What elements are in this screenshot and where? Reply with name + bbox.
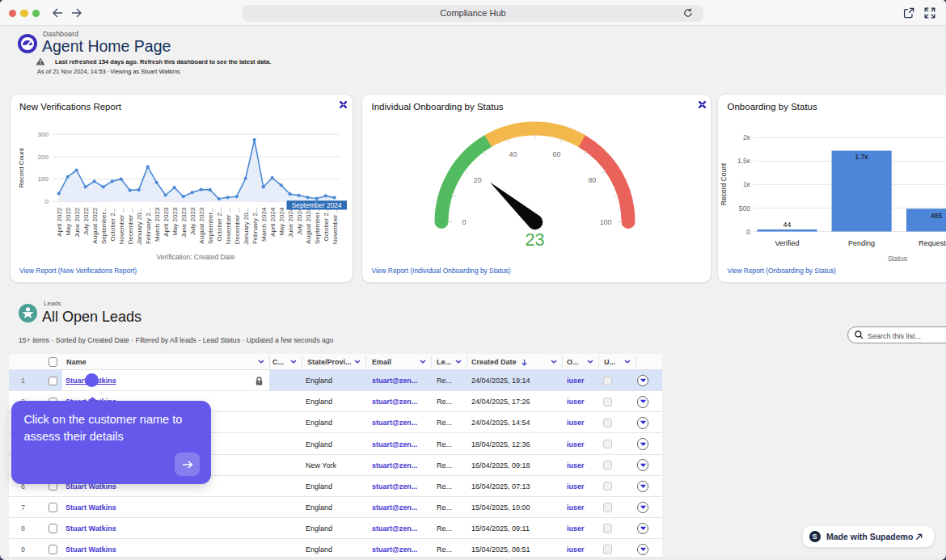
svg-text:August 2024: August 2024 (304, 207, 311, 243)
svg-text:October 2...: October 2... (215, 208, 222, 242)
svg-text:1κ: 1κ (743, 180, 751, 188)
svg-text:Pending: Pending (848, 239, 875, 247)
svg-text:May 2024: May 2024 (277, 207, 285, 236)
svg-text:January 20...: January 20... (242, 208, 249, 245)
svg-text:December ...: December ... (126, 208, 133, 245)
svg-text:April 2024: April 2024 (268, 207, 276, 237)
svg-text:June 2024: June 2024 (286, 207, 294, 238)
svg-text:February 2...: February 2... (251, 208, 258, 244)
svg-text:December ...: December ... (233, 208, 240, 245)
svg-text:Status: Status (888, 255, 907, 263)
svg-text:July 2022: July 2022 (82, 207, 89, 235)
svg-text:500: 500 (739, 204, 750, 213)
svg-text:June 2023: June 2023 (179, 207, 187, 238)
svg-text:February 2...: February 2... (144, 208, 151, 244)
svg-text:November ...: November ... (117, 208, 125, 245)
svg-text:September...: September... (99, 208, 107, 244)
svg-text:October 2...: October 2... (322, 208, 329, 242)
svg-text:80: 80 (588, 176, 596, 184)
svg-text:July 2024: July 2024 (295, 207, 302, 235)
svg-text:June 2022: June 2022 (73, 207, 80, 238)
svg-text:July 2023: July 2023 (188, 207, 196, 235)
svg-text:1.7κ: 1.7κ (855, 153, 868, 161)
svg-text:2κ: 2κ (743, 133, 751, 141)
svg-text:May 2023: May 2023 (171, 207, 178, 236)
svg-text:20: 20 (474, 176, 482, 184)
svg-text:300: 300 (37, 131, 49, 138)
svg-text:0: 0 (746, 228, 750, 236)
svg-text:September...: September... (206, 208, 213, 244)
svg-text:100: 100 (37, 175, 49, 183)
svg-text:Requested: Requested (919, 239, 946, 247)
svg-text:April 2023: April 2023 (162, 207, 169, 237)
svg-text:May 2022: May 2022 (64, 207, 71, 236)
svg-text:0: 0 (44, 198, 49, 205)
svg-text:March 2024: March 2024 (260, 207, 267, 242)
svg-text:200: 200 (37, 154, 49, 161)
svg-text:April 2022: April 2022 (55, 207, 62, 237)
svg-text:November ...: November ... (331, 208, 338, 245)
svg-text:0: 0 (462, 218, 467, 226)
svg-text:August 2023: August 2023 (197, 207, 205, 243)
svg-text:100: 100 (600, 218, 612, 226)
svg-text:44: 44 (783, 221, 792, 229)
svg-text:September...: September... (313, 208, 320, 244)
svg-text:Record Count: Record Count (720, 162, 728, 205)
svg-text:November ...: November ... (224, 208, 231, 245)
svg-text:60: 60 (553, 150, 561, 158)
svg-text:Record Count: Record Count (18, 147, 25, 187)
svg-text:23: 23 (526, 230, 545, 250)
svg-text:40: 40 (509, 150, 517, 158)
svg-text:September 2024: September 2024 (291, 201, 341, 209)
svg-text:August 2022: August 2022 (91, 207, 98, 243)
svg-text:October 2...: October 2... (108, 208, 116, 242)
svg-text:1.5κ: 1.5κ (737, 157, 751, 165)
svg-text:January 20...: January 20... (135, 208, 142, 245)
svg-text:Verified: Verified (775, 239, 799, 247)
svg-text:Verification: Created Date: Verification: Created Date (156, 253, 234, 261)
svg-text:March 2023: March 2023 (153, 207, 160, 242)
svg-text:485: 485 (931, 212, 943, 220)
